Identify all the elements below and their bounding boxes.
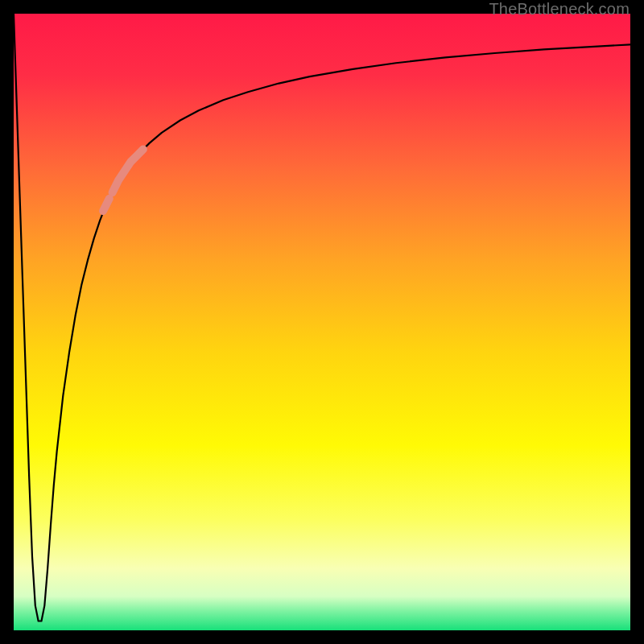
series-highlight-segment-long	[113, 150, 143, 193]
curve-layer	[14, 14, 630, 630]
plot-area	[14, 14, 630, 630]
chart-stage: TheBottleneck.com	[0, 0, 644, 644]
series-highlight-segment-dot	[103, 199, 109, 211]
series-bottleneck-curve	[14, 14, 630, 621]
watermark-text: TheBottleneck.com	[489, 0, 630, 19]
